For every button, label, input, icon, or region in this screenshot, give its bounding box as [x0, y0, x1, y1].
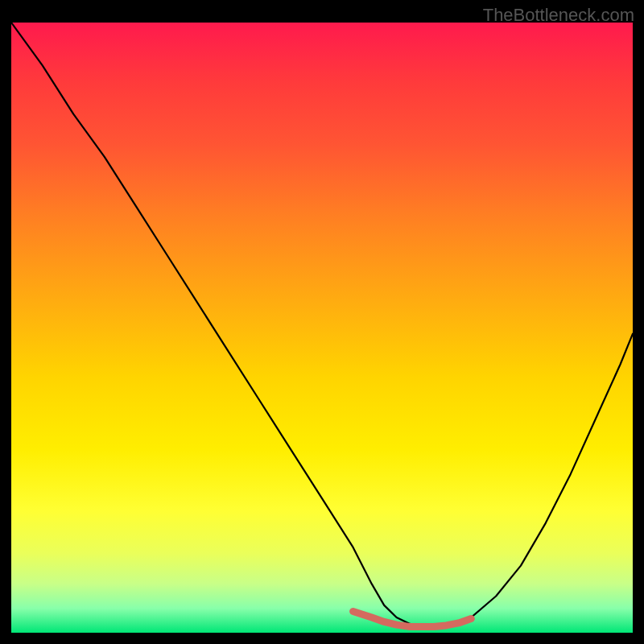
highlight-curve-path — [353, 612, 472, 627]
chart-svg — [11, 23, 633, 633]
chart-area — [11, 23, 633, 633]
watermark-text: TheBottleneck.com — [483, 5, 634, 26]
main-curve-path — [11, 23, 633, 626]
